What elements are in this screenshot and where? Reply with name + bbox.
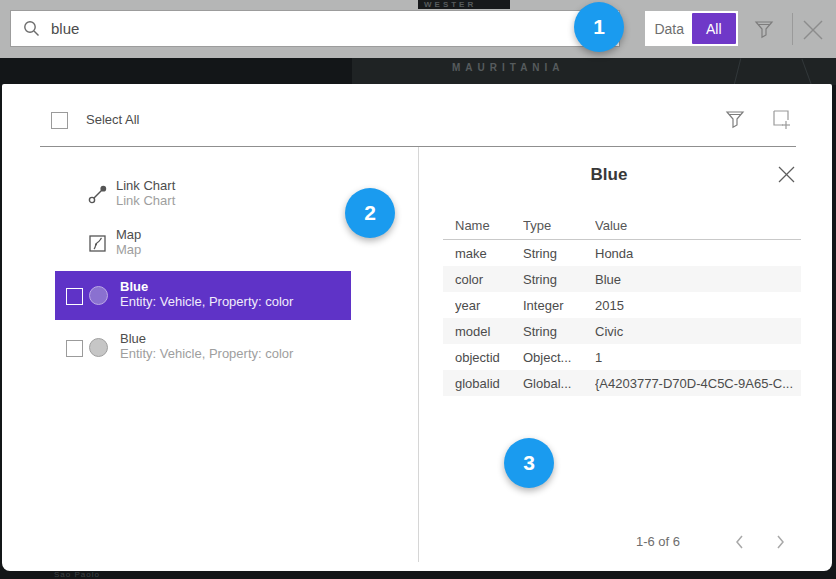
toolbar-divider (792, 13, 793, 45)
item-checkbox[interactable] (66, 288, 83, 305)
details-title: Blue (418, 165, 800, 185)
scope-toggle: Data All (645, 11, 738, 46)
scope-option-data[interactable]: Data (647, 13, 692, 44)
list-item-blue[interactable]: Blue Entity: Vehicle, Property: color (55, 326, 351, 370)
map-icon (88, 233, 108, 253)
list-item-title: Blue (120, 331, 345, 346)
search-icon (11, 11, 51, 46)
list-item-subtitle: Entity: Vehicle, Property: color (120, 294, 345, 309)
attribute-table-header: Name Type Value (443, 216, 801, 240)
results-filter-icon[interactable] (724, 108, 746, 130)
search-input[interactable] (51, 11, 589, 46)
select-all-label: Select All (86, 112, 139, 127)
item-checkbox[interactable] (66, 340, 83, 357)
pagination-label: 1-6 of 6 (598, 534, 718, 549)
app-root: { "toolbar": { "search": { "value": "blu… (0, 0, 836, 579)
table-row: objectid Object... 1 (443, 344, 801, 370)
attribute-table: Name Type Value make String Honda color … (443, 216, 801, 396)
table-row: globalid Global... {A4203777-D70D-4C5C-9… (443, 370, 801, 396)
scope-option-all[interactable]: All (692, 13, 737, 44)
column-header-name: Name (455, 218, 519, 233)
list-item-title: Link Chart (116, 178, 376, 193)
filter-icon[interactable] (753, 18, 775, 40)
entity-circle-icon (89, 338, 108, 357)
list-details-divider (418, 147, 419, 562)
table-row: model String Civic (443, 318, 801, 344)
details-close-icon[interactable] (774, 162, 798, 186)
table-row: make String Honda (443, 240, 801, 266)
map-label-mauritania: MAURITANIA (452, 62, 565, 73)
link-chart-icon (88, 184, 108, 204)
pagination-next-icon[interactable] (770, 532, 790, 552)
search-box (10, 10, 620, 47)
list-item-title: Blue (120, 279, 345, 294)
pagination-prev-icon[interactable] (730, 532, 750, 552)
annotation-badge-2: 2 (345, 188, 395, 238)
map-landmass (352, 58, 836, 85)
map-label-bottom: Sao Paolo (54, 570, 100, 579)
select-all-checkbox[interactable] (51, 112, 68, 129)
list-item-subtitle: Link Chart (116, 193, 376, 208)
column-header-value: Value (595, 218, 795, 233)
entity-circle-icon (89, 286, 108, 305)
list-item-blue-selected[interactable]: Blue Entity: Vehicle, Property: color (55, 271, 351, 320)
table-row: year Integer 2015 (443, 292, 801, 318)
close-search-icon[interactable] (799, 16, 827, 44)
list-item-subtitle: Map (116, 242, 376, 257)
add-to-selection-icon[interactable] (769, 108, 793, 130)
annotation-badge-1: 1 (574, 2, 624, 52)
list-item-title: Map (116, 227, 376, 242)
list-item-subtitle: Entity: Vehicle, Property: color (120, 346, 345, 361)
column-header-type: Type (523, 218, 591, 233)
map-label-western-sahara: WESTER (418, 0, 510, 9)
annotation-badge-3: 3 (504, 438, 554, 488)
search-results-panel: Select All Link Chart Link Chart Map Map… (2, 84, 832, 571)
table-row: color String Blue (443, 266, 801, 292)
